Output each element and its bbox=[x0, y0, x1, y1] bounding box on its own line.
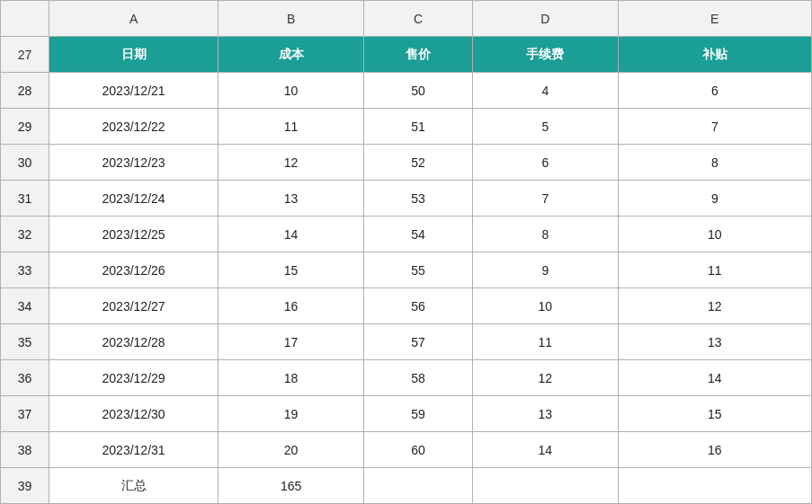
cell[interactable]: 12 bbox=[473, 360, 619, 396]
cell[interactable]: 57 bbox=[363, 324, 472, 360]
cell[interactable]: 13 bbox=[219, 181, 364, 217]
cell[interactable]: 2023/12/23 bbox=[49, 145, 218, 181]
cell[interactable]: 7 bbox=[618, 109, 811, 145]
table-row: 39汇总165 bbox=[1, 468, 812, 504]
table-row: 352023/12/2817571113 bbox=[1, 324, 812, 360]
cell[interactable]: 2023/12/22 bbox=[49, 109, 218, 145]
cell[interactable]: 9 bbox=[618, 181, 811, 217]
table-row: 322023/12/251454810 bbox=[1, 217, 812, 252]
table-row: 372023/12/3019591315 bbox=[1, 396, 812, 432]
row-number: 38 bbox=[1, 432, 49, 468]
cell[interactable]: 13 bbox=[618, 324, 811, 360]
cell[interactable]: 51 bbox=[363, 109, 472, 145]
cell[interactable]: 2023/12/27 bbox=[49, 288, 218, 324]
cell[interactable]: 10 bbox=[618, 217, 811, 252]
cell[interactable]: 8 bbox=[618, 145, 811, 181]
cell[interactable]: 20 bbox=[219, 432, 364, 468]
cell[interactable]: 18 bbox=[219, 360, 364, 396]
cell[interactable] bbox=[618, 468, 811, 504]
cell[interactable]: 2023/12/24 bbox=[49, 181, 218, 217]
cell[interactable]: 成本 bbox=[219, 37, 364, 73]
cell[interactable]: 58 bbox=[363, 360, 472, 396]
table-row: 382023/12/3120601416 bbox=[1, 432, 812, 468]
table-row: 282023/12/21105046 bbox=[1, 73, 812, 109]
cell[interactable]: 19 bbox=[219, 396, 364, 432]
cell[interactable]: 13 bbox=[473, 396, 619, 432]
cell[interactable]: 汇总 bbox=[49, 468, 218, 504]
spreadsheet-table: A B C D E 27日期成本售价手续费补贴282023/12/2110504… bbox=[0, 0, 812, 504]
cell[interactable]: 50 bbox=[363, 73, 472, 109]
cell[interactable]: 补贴 bbox=[618, 37, 811, 73]
cell[interactable]: 2023/12/28 bbox=[49, 324, 218, 360]
cell[interactable]: 52 bbox=[363, 145, 472, 181]
col-header-c: C bbox=[363, 1, 472, 37]
cell[interactable]: 14 bbox=[473, 432, 619, 468]
cell[interactable]: 17 bbox=[219, 324, 364, 360]
table-row: 292023/12/22115157 bbox=[1, 109, 812, 145]
cell[interactable]: 4 bbox=[473, 73, 619, 109]
cell[interactable]: 6 bbox=[618, 73, 811, 109]
cell[interactable]: 56 bbox=[363, 288, 472, 324]
table-row: 312023/12/24135379 bbox=[1, 181, 812, 217]
cell[interactable]: 11 bbox=[219, 109, 364, 145]
row-number: 31 bbox=[1, 181, 49, 217]
cell[interactable]: 16 bbox=[618, 432, 811, 468]
cell[interactable]: 11 bbox=[618, 252, 811, 288]
row-number: 29 bbox=[1, 109, 49, 145]
row-number: 39 bbox=[1, 468, 49, 504]
cell[interactable]: 6 bbox=[473, 145, 619, 181]
cell[interactable]: 15 bbox=[219, 252, 364, 288]
cell[interactable]: 16 bbox=[219, 288, 364, 324]
cell[interactable]: 8 bbox=[473, 217, 619, 252]
row-number: 28 bbox=[1, 73, 49, 109]
cell[interactable]: 10 bbox=[473, 288, 619, 324]
cell[interactable]: 售价 bbox=[363, 37, 472, 73]
column-header-row: A B C D E bbox=[1, 1, 812, 37]
cell[interactable]: 5 bbox=[473, 109, 619, 145]
row-number: 32 bbox=[1, 217, 49, 252]
row-number: 27 bbox=[1, 37, 49, 73]
cell[interactable]: 11 bbox=[473, 324, 619, 360]
cell[interactable]: 10 bbox=[219, 73, 364, 109]
col-header-b: B bbox=[219, 1, 364, 37]
cell[interactable]: 2023/12/25 bbox=[49, 217, 218, 252]
cell[interactable]: 12 bbox=[219, 145, 364, 181]
cell[interactable]: 60 bbox=[363, 432, 472, 468]
cell[interactable] bbox=[363, 468, 472, 504]
row-number: 35 bbox=[1, 324, 49, 360]
cell[interactable]: 14 bbox=[618, 360, 811, 396]
cell[interactable]: 55 bbox=[363, 252, 472, 288]
table-row: 342023/12/2716561012 bbox=[1, 288, 812, 324]
col-header-a: A bbox=[49, 1, 218, 37]
col-header-d: D bbox=[473, 1, 619, 37]
row-number: 37 bbox=[1, 396, 49, 432]
cell[interactable]: 手续费 bbox=[473, 37, 619, 73]
spreadsheet: A B C D E 27日期成本售价手续费补贴282023/12/2110504… bbox=[0, 0, 812, 504]
cell[interactable]: 2023/12/21 bbox=[49, 73, 218, 109]
cell[interactable]: 14 bbox=[219, 217, 364, 252]
cell[interactable]: 12 bbox=[618, 288, 811, 324]
cell[interactable]: 59 bbox=[363, 396, 472, 432]
cell[interactable]: 2023/12/30 bbox=[49, 396, 218, 432]
row-number: 34 bbox=[1, 288, 49, 324]
corner-cell bbox=[1, 1, 49, 37]
col-header-e: E bbox=[618, 1, 811, 37]
cell[interactable]: 9 bbox=[473, 252, 619, 288]
cell[interactable]: 165 bbox=[219, 468, 364, 504]
table-row: 332023/12/261555911 bbox=[1, 252, 812, 288]
row-number: 33 bbox=[1, 252, 49, 288]
cell[interactable]: 2023/12/29 bbox=[49, 360, 218, 396]
row-number: 36 bbox=[1, 360, 49, 396]
table-row: 362023/12/2918581214 bbox=[1, 360, 812, 396]
cell[interactable]: 日期 bbox=[49, 37, 218, 73]
cell[interactable]: 2023/12/31 bbox=[49, 432, 218, 468]
row-number: 30 bbox=[1, 145, 49, 181]
cell[interactable]: 53 bbox=[363, 181, 472, 217]
cell[interactable]: 2023/12/26 bbox=[49, 252, 218, 288]
table-row: 27日期成本售价手续费补贴 bbox=[1, 37, 812, 73]
cell[interactable]: 15 bbox=[618, 396, 811, 432]
cell[interactable]: 7 bbox=[473, 181, 619, 217]
table-row: 302023/12/23125268 bbox=[1, 145, 812, 181]
cell[interactable]: 54 bbox=[363, 217, 472, 252]
cell[interactable] bbox=[473, 468, 619, 504]
